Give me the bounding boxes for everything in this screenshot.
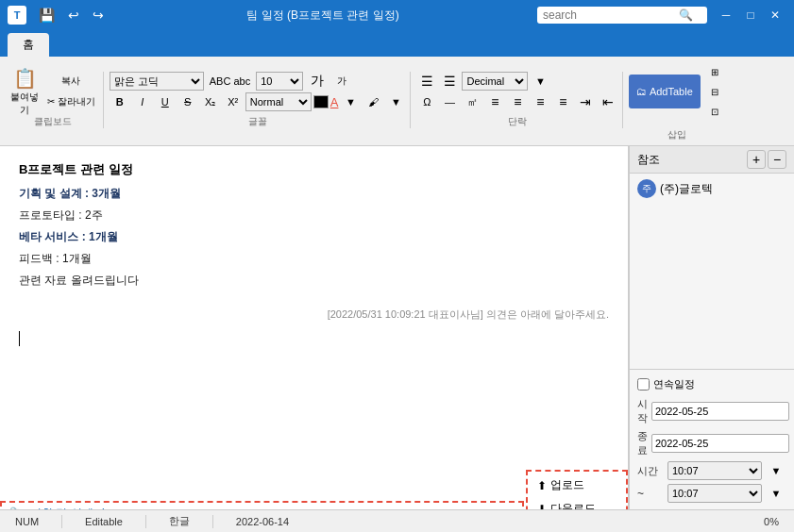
font-group: 맑은 고딕 ABC abc 10 가 가 B I U S X₂ X² Norma… [106, 72, 412, 128]
title-bar: T 💾 ↩ ↪ 팀 일정 (B프로젝트 관련 일정) 🔍 ─ □ ✕ [0, 0, 794, 30]
app-logo: T [8, 6, 26, 25]
end-date-input[interactable] [651, 434, 789, 453]
start-time-select[interactable]: 10:07 [667, 461, 762, 480]
end-time-select[interactable]: 10:07 [667, 484, 762, 503]
insert-group: 🗂 AddTable ⊞ ⊟ ⊡ 삽입 [625, 58, 728, 141]
paste-btn[interactable]: 📋 붙여넣기 [8, 72, 42, 111]
font-size-select[interactable]: 10 [256, 72, 303, 91]
search-icon: 🔍 [679, 8, 693, 22]
align-justify-btn[interactable]: ≡ [552, 92, 573, 111]
doc-line-5: 관련 자료 올려드립니다 [19, 273, 609, 289]
bold-btn[interactable]: B [110, 92, 130, 111]
ref-avatar: 주 [637, 179, 656, 198]
minimize-btn[interactable]: ─ [715, 4, 737, 26]
decimal-select[interactable]: Decimal [462, 72, 528, 91]
highlight-picker-btn[interactable]: ▼ [385, 92, 406, 111]
align-center-btn[interactable]: ≡ [507, 92, 528, 111]
doc-title: B프로젝트 관련 일정 [19, 161, 609, 178]
ref-form: 연속일정 시작 ▼ 종료 ▼ 시간 10:07 ▼ ~ [630, 369, 794, 510]
end-label: 종료 [637, 429, 648, 457]
superscript-btn[interactable]: X² [223, 92, 244, 111]
decrease-indent-btn[interactable]: ⇤ [598, 92, 618, 111]
font-shrink-btn[interactable]: 가 [331, 72, 352, 91]
status-editable: Editable [77, 516, 130, 527]
copy-btn[interactable]: 복사 [43, 72, 99, 91]
search-box: 🔍 [537, 7, 707, 24]
upload-label: 업로드 [550, 477, 584, 493]
subscript-btn[interactable]: X₂ [200, 92, 221, 111]
dash-btn[interactable]: — [439, 92, 460, 111]
search-input[interactable] [543, 8, 675, 22]
ref-add-btn[interactable]: + [747, 150, 766, 169]
status-div-3 [212, 515, 213, 528]
save-quick-btn[interactable]: 💾 [34, 6, 59, 25]
time-row: 시간 10:07 ▼ [637, 461, 786, 480]
paste-label: 붙여넣기 [8, 91, 41, 117]
window-close-btn[interactable]: ✕ [764, 4, 786, 26]
text-cursor [19, 331, 20, 346]
strikethrough-btn[interactable]: S [177, 92, 198, 111]
list-number-btn[interactable]: ☰ [439, 72, 460, 91]
underline-btn[interactable]: U [155, 92, 176, 111]
recurring-checkbox[interactable] [637, 378, 650, 391]
add-table-btn[interactable]: 🗂 AddTable [629, 75, 700, 108]
font-grow-btn[interactable]: 가 [307, 72, 328, 91]
ref-panel-label: 참조 [637, 152, 660, 168]
doc-line-2: 프로토타입 : 2주 [19, 208, 609, 224]
highlight-btn[interactable]: 🖌 [363, 92, 383, 111]
window-controls: ─ □ ✕ [715, 4, 786, 26]
ref-remove-btn[interactable]: − [768, 150, 786, 169]
start-label: 시작 [637, 397, 648, 425]
insert-row-above-btn[interactable]: ⊞ [704, 62, 725, 81]
align-left-btn[interactable]: ≡ [484, 92, 505, 111]
clipboard-label: 클립보드 [8, 115, 99, 128]
tilde-label: ~ [637, 487, 664, 500]
special-btn[interactable]: ㎡ [462, 92, 482, 111]
ribbon: 📋 붙여넣기 복사 ✂ 잘라내기 클립보드 맑은 고딕 ABC abc 10 [0, 57, 794, 146]
increase-indent-btn[interactable]: ⇥ [575, 92, 596, 111]
undo-btn[interactable]: ↩ [63, 6, 84, 25]
align-right-btn[interactable]: ≡ [530, 92, 550, 111]
list-bullet-btn[interactable]: ☰ [416, 72, 437, 91]
style-select[interactable]: Normal [245, 92, 312, 111]
status-date: 2022-06-14 [228, 516, 296, 527]
editor-area[interactable]: B프로젝트 관련 일정 기획 및 설계 : 3개월 프로토타입 : 2주 베타 … [0, 146, 629, 532]
recurring-label: 연속일정 [653, 377, 695, 391]
ref-spacer [630, 204, 794, 369]
font-color-label: A [330, 95, 339, 109]
editor-wrapper: B프로젝트 관련 일정 기획 및 설계 : 3개월 프로토타입 : 2주 베타 … [0, 146, 629, 532]
insert-col-right-btn[interactable]: ⊡ [704, 102, 725, 121]
start-date-input[interactable] [651, 402, 789, 421]
doc-comment: [2022/05/31 10:09:21 대표이사님] 의견은 아래에 달아주세… [19, 308, 609, 322]
status-num: NUM [8, 516, 46, 527]
insert-label: 삽입 [629, 128, 724, 141]
doc-line-1: 기획 및 설계 : 3개월 [19, 186, 609, 202]
paragraph-group: ☰ ☰ Decimal ▼ Ω — ㎡ ≡ ≡ ≡ ≡ ⇥ ⇤ 단락 [413, 72, 623, 128]
doc-line-4: 피드백 : 1개월 [19, 251, 609, 267]
font-color-box [313, 95, 329, 108]
font-name-select[interactable]: 맑은 고딕 [110, 72, 204, 91]
clipboard-group: 📋 붙여넣기 복사 ✂ 잘라내기 클립보드 [4, 72, 104, 128]
cut-btn[interactable]: ✂ 잘라내기 [43, 92, 99, 111]
doc-line-3: 베타 서비스 : 1개월 [19, 229, 609, 245]
end-time-picker-btn[interactable]: ▼ [766, 484, 786, 503]
status-div-1 [61, 515, 62, 528]
tab-home[interactable]: 홈 [8, 33, 49, 57]
color-picker-btn[interactable]: ▼ [340, 92, 361, 111]
upload-btn[interactable]: ⬆ 업로드 [533, 475, 620, 495]
paragraph-label: 단락 [416, 115, 618, 128]
decimal-picker-btn[interactable]: ▼ [530, 72, 550, 91]
status-progress: 0% [764, 516, 779, 527]
omega-btn[interactable]: Ω [416, 92, 437, 111]
status-bar: NUM Editable 한글 2022-06-14 0% [0, 509, 794, 532]
time-end-row: ~ 10:07 ▼ [637, 484, 786, 503]
redo-btn[interactable]: ↪ [88, 6, 109, 25]
italic-btn[interactable]: I [132, 92, 153, 111]
recurring-row: 연속일정 [637, 377, 786, 391]
start-time-picker-btn[interactable]: ▼ [766, 461, 786, 480]
font-label: 글꼴 [110, 115, 407, 128]
main-container: B프로젝트 관련 일정 기획 및 설계 : 3개월 프로토타입 : 2주 베타 … [0, 146, 794, 532]
maximize-btn[interactable]: □ [739, 4, 762, 26]
insert-row-below-btn[interactable]: ⊟ [704, 82, 725, 101]
status-div-2 [145, 515, 146, 528]
